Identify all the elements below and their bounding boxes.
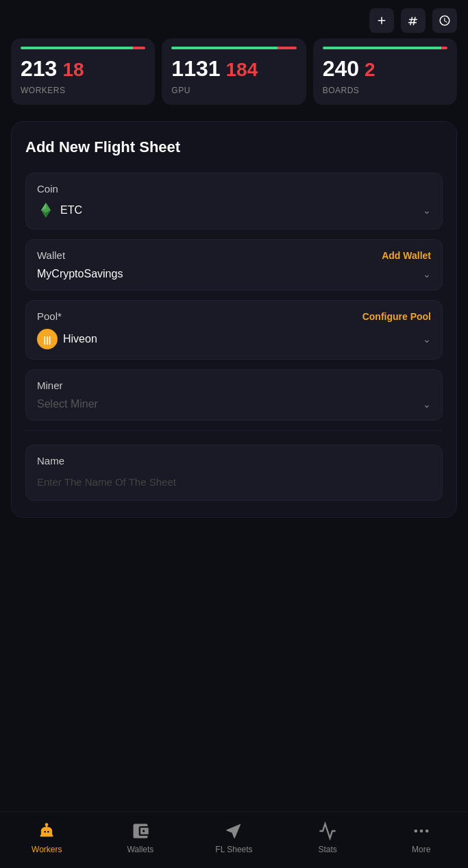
pool-field[interactable]: Pool* Configure Pool ||| Hiveon ⌄	[25, 300, 443, 360]
bottom-nav: Workers Wallets FL Sheets Stats	[0, 811, 468, 868]
timer-icon-button[interactable]	[432, 8, 457, 33]
wallet-label: Wallet	[37, 249, 65, 261]
name-label: Name	[37, 455, 431, 467]
gpu-bar-green	[171, 47, 278, 49]
nav-item-stats[interactable]: Stats	[307, 821, 348, 854]
name-placeholder: Enter The Name Of The Sheet	[37, 476, 431, 488]
workers-label: WORKERS	[21, 86, 145, 95]
wallet-value-row: MyCryptoSavings ⌄	[37, 268, 431, 280]
workers-bar	[21, 47, 145, 49]
nav-item-wallets[interactable]: Wallets	[120, 821, 161, 854]
coin-value: ETC	[37, 201, 82, 219]
workers-bar-red	[133, 47, 145, 49]
miner-chevron-icon: ⌄	[423, 399, 431, 410]
svg-point-7	[414, 830, 417, 833]
more-nav-icon	[412, 821, 431, 841]
fl-sheets-nav-icon	[224, 821, 243, 841]
nav-item-workers[interactable]: Workers	[26, 821, 67, 854]
flight-sheet-form: Add New Flight Sheet Coin ETC ⌄ Wall	[11, 121, 457, 518]
miner-value-row: Select Miner ⌄	[37, 398, 431, 410]
pool-label: Pool*	[37, 310, 62, 322]
hash-icon-button[interactable]	[401, 8, 426, 33]
workers-main-value: 213	[21, 56, 57, 82]
boards-bar-red	[441, 47, 447, 49]
add-wallet-button[interactable]: Add Wallet	[382, 250, 431, 261]
workers-alert-value: 18	[62, 59, 84, 81]
configure-pool-button[interactable]: Configure Pool	[362, 311, 431, 322]
pool-selected-value: Hiveon	[63, 333, 97, 345]
boards-alert-value: 2	[365, 59, 375, 81]
boards-main-value: 240	[323, 56, 359, 82]
coin-selected-value: ETC	[60, 204, 82, 216]
workers-card: 213 18 WORKERS	[11, 38, 155, 105]
nav-item-more[interactable]: More	[401, 821, 442, 854]
coin-label: Coin	[37, 183, 58, 195]
workers-nav-icon	[37, 821, 56, 841]
workers-nav-label: Workers	[32, 845, 62, 854]
gpu-bar	[171, 47, 296, 49]
svg-point-8	[419, 830, 423, 833]
svg-text:|||: |||	[44, 334, 51, 345]
svg-point-9	[426, 830, 429, 833]
coin-field[interactable]: Coin ETC ⌄	[25, 173, 443, 230]
boards-bar-green	[323, 47, 441, 49]
wallet-header: Wallet Add Wallet	[37, 249, 431, 261]
miner-placeholder-value: Select Miner	[37, 398, 98, 410]
wallets-nav-label: Wallets	[127, 845, 153, 854]
form-title: Add New Flight Sheet	[25, 138, 443, 156]
add-icon-button[interactable]	[369, 8, 394, 33]
stats-nav-label: Stats	[318, 845, 336, 854]
gpu-numbers: 1131 184	[171, 56, 296, 82]
gpu-alert-value: 184	[226, 59, 258, 81]
gpu-bar-red	[278, 47, 296, 49]
wallet-selected-value: MyCryptoSavings	[37, 268, 123, 280]
pool-header: Pool* Configure Pool	[37, 310, 431, 322]
wallet-field[interactable]: Wallet Add Wallet MyCryptoSavings ⌄	[25, 239, 443, 290]
stats-row: 213 18 WORKERS 1131 184 GPU 240 2 BOARDS	[0, 38, 468, 105]
more-nav-label: More	[412, 845, 430, 854]
stats-nav-icon	[318, 821, 337, 841]
workers-bar-green	[21, 47, 133, 49]
gpu-card: 1131 184 GPU	[162, 38, 306, 105]
gpu-label: GPU	[171, 86, 296, 95]
boards-bar	[323, 47, 447, 49]
coin-header: Coin	[37, 183, 431, 195]
wallet-value: MyCryptoSavings	[37, 268, 123, 280]
pool-value-row: ||| Hiveon ⌄	[37, 329, 431, 349]
form-divider	[25, 430, 443, 431]
miner-label: Miner	[37, 380, 63, 391]
pool-chevron-icon: ⌄	[423, 334, 431, 345]
coin-chevron-icon: ⌄	[423, 205, 431, 216]
workers-numbers: 213 18	[21, 56, 145, 82]
nav-item-fl-sheets[interactable]: FL Sheets	[213, 821, 254, 854]
boards-numbers: 240 2	[323, 56, 447, 82]
gpu-main-value: 1131	[171, 56, 220, 82]
miner-header: Miner	[37, 380, 431, 391]
ethereum-icon	[37, 201, 55, 219]
hiveon-icon: |||	[37, 329, 58, 349]
name-field[interactable]: Name Enter The Name Of The Sheet	[25, 445, 443, 501]
boards-card: 240 2 BOARDS	[313, 38, 457, 105]
wallet-chevron-icon: ⌄	[423, 269, 431, 280]
miner-value: Select Miner	[37, 398, 98, 410]
top-bar	[0, 0, 468, 38]
wallets-nav-icon	[131, 821, 150, 841]
coin-value-row: ETC ⌄	[37, 201, 431, 219]
pool-value: ||| Hiveon	[37, 329, 97, 349]
miner-field[interactable]: Miner Select Miner ⌄	[25, 369, 443, 421]
boards-label: BOARDS	[323, 86, 447, 95]
fl-sheets-nav-label: FL Sheets	[215, 845, 252, 854]
